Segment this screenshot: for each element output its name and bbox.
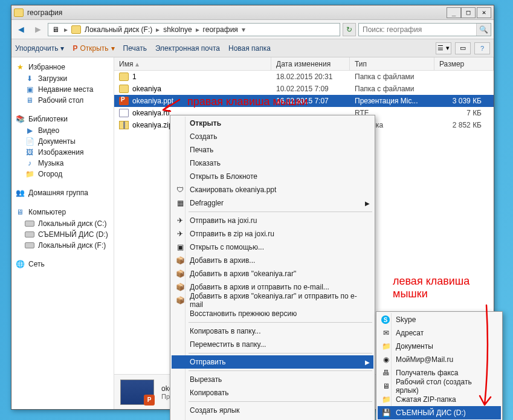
menu-item[interactable]: 🛡Сканировать okeaniya.ppt [172,183,373,196]
menu-item[interactable]: Удалить [172,417,373,420]
email-button[interactable]: Электронная почта [155,44,220,53]
menu-item[interactable]: 📦Добавить в архив "okeaniya.rar" [172,267,373,280]
crumb-part[interactable]: география [203,25,238,34]
crumb-part[interactable]: shkolnye [163,25,192,34]
sidebar-item-music[interactable]: ♪Музыка [14,158,111,169]
search-box[interactable]: 🔍 [358,23,491,36]
sendto-item[interactable]: 🖥Рабочий стол (создать ярлык) [378,380,501,393]
crumb-part[interactable]: Локальный диск (F:) [85,25,152,34]
menu-label: Показать [190,159,221,167]
submenu-arrow-icon: ▶ [365,359,370,366]
context-menu[interactable]: ОткрытьСоздатьПечатьПоказатьОткрыть в Бл… [170,115,375,420]
file-row[interactable]: 118.02.2015 20:31Папка с файлами [114,71,494,83]
menu-item[interactable]: 📦Добавить в архив... [172,254,373,267]
menu-icon: ✈ [175,229,185,239]
menu-item[interactable]: Печать [172,143,373,157]
file-icon [119,121,129,129]
menu-label: Отправить на joxi.ru [190,216,257,225]
col-date[interactable]: Дата изменения [271,57,350,70]
homegroup-header[interactable]: 👥Домашняя группа [14,187,111,199]
help-button[interactable]: ? [474,42,490,54]
file-icon [119,85,129,93]
minimize-button[interactable]: _ [447,7,461,18]
titlebar[interactable]: география _ □ ✕ [11,5,494,20]
sidebar-item-drive-c[interactable]: Локальный диск (C:) [14,218,111,229]
search-icon[interactable]: 🔍 [476,24,491,36]
sidebar-item-video[interactable]: ▶Видео [14,125,111,136]
refresh-button[interactable]: ↻ [343,23,356,36]
menu-item[interactable]: Копировать [172,386,373,399]
menu-label: Сжатая ZIP-папка [396,395,456,404]
preview-button[interactable]: ▭ [455,42,471,54]
file-name: 1 [132,73,137,81]
maximize-button[interactable]: □ [461,7,476,18]
folder-icon [14,8,24,17]
sendto-item[interactable]: 📁Сжатая ZIP-папка [378,393,501,406]
network-header[interactable]: 🌐Сеть [14,258,111,270]
menu-item[interactable]: ✈Отправить на joxi.ru [172,214,373,227]
file-icon [119,97,129,105]
menu-item[interactable]: 📦Добавить в архив "okeaniya.rar" и отпра… [172,294,373,307]
organize-button[interactable]: Упорядочить ▾ [15,44,64,53]
computer-header[interactable]: 🖥Компьютер [14,206,111,218]
sendto-item[interactable]: ✉Адресат [378,326,501,340]
menu-label: Рабочий стол (создать ярлык) [396,378,486,395]
back-button[interactable]: ◄ [14,22,28,37]
sidebar-item-drive-d[interactable]: СЪЕМНЫЙ ДИС (D:) [14,229,111,240]
menu-label: СЪЕМНЫЙ ДИС (D:) [396,409,466,417]
menu-item[interactable]: ✈Отправить в zip на joxi.ru [172,227,373,241]
sendto-item[interactable]: 💾СЪЕМНЫЙ ДИС (D:) [378,406,501,419]
menu-item[interactable]: Отправить▶ [172,355,373,369]
sendto-item[interactable]: ◉МойМир@Mail.ru [378,353,501,366]
view-button[interactable]: ☰ ▾ [436,42,451,54]
libraries-header[interactable]: 📚Библиотеки [14,113,111,125]
col-type[interactable]: Тип [350,57,434,70]
menu-label: Получатель факса [396,369,459,377]
menu-item[interactable]: Копировать в папку... [172,325,373,338]
menu-item[interactable]: Создать [172,130,373,143]
search-input[interactable] [359,25,476,34]
sendto-item[interactable]: SSkype [378,313,501,326]
forward-button[interactable]: ► [31,22,45,37]
file-date: 10.02.2015 7:09 [271,85,350,93]
file-row[interactable]: okeaniya.ppt16.02.2015 7:07Презентация M… [114,95,494,107]
sidebar-item-desktop[interactable]: 🖥Рабочий стол [14,95,111,106]
menu-item[interactable]: Переместить в папку... [172,338,373,351]
file-name: okeaniya.ppt [132,97,173,105]
print-button[interactable]: Печать [123,44,147,53]
menu-item[interactable]: Создать ярлык [172,404,373,417]
close-button[interactable]: ✕ [477,7,491,18]
menu-item[interactable]: Восстановить прежнюю версию [172,307,373,320]
file-type: Папка с файлами [350,85,434,93]
file-row[interactable]: okeaniya10.02.2015 7:09Папка с файлами [114,83,494,95]
open-button[interactable]: P Открыть ▾ [73,44,114,53]
sidebar-item-pictures[interactable]: 🖼Изображения [14,147,111,158]
breadcrumb[interactable]: 🖥 ▸ Локальный диск (F:) ▸ shkolnye ▸ гео… [48,23,340,36]
favorites-header[interactable]: ★Избранное [14,61,111,73]
menu-label: Добавить в архив "okeaniya.rar" [190,270,296,278]
menu-label: Открыть в Блокноте [190,172,257,181]
menu-item[interactable]: Показать [172,157,373,170]
col-name[interactable]: Имя ▴ [114,57,271,70]
sidebar-item-drive-f[interactable]: Локальный диск (F:) [14,240,111,251]
menu-label: Документы [396,342,433,351]
sidebar-item-documents[interactable]: 📄Документы [14,136,111,147]
menu-label: Отправить [190,358,226,366]
menu-icon: 💾 [381,408,391,418]
col-size[interactable]: Размер [434,57,494,70]
menu-item[interactable]: ▣Открыть с помощью... [172,241,373,254]
menu-icon: 🖥 [381,381,391,391]
sidebar-item-downloads[interactable]: ⬇Загрузки [14,73,111,84]
menu-item[interactable]: ▦Defraggler▶ [172,196,373,210]
menu-label: Печать [190,146,213,154]
menu-item[interactable]: Вырезать [172,373,373,386]
newfolder-button[interactable]: Новая папка [228,44,271,53]
sendto-item[interactable]: 📁Документы [378,340,501,353]
menu-icon: 📦 [175,282,185,292]
sidebar-item-recent[interactable]: ▣Недавние места [14,84,111,95]
sidebar-item-garden[interactable]: 📁Огород [14,169,111,179]
file-name: okeaniya.rtf [132,109,170,117]
sendto-submenu[interactable]: SSkype✉Адресат📁Документы◉МойМир@Mail.ru🖷… [376,311,503,420]
menu-item[interactable]: Открыть [172,117,373,130]
menu-item[interactable]: Открыть в Блокноте [172,170,373,183]
